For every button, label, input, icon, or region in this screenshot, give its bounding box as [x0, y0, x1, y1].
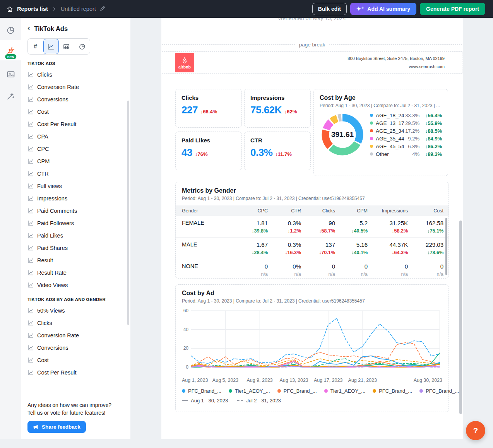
metrics-by-gender-widget[interactable]: Metrics by Gender Period: Aug 1 - 30, 20… — [175, 182, 449, 279]
sidebar-item-video-views[interactable]: Video Views — [21, 279, 130, 291]
sidebar-item-impressions[interactable]: Impressions — [21, 192, 130, 205]
sidebar-scrollbar[interactable] — [127, 101, 129, 325]
age-segment-delta: ↓89.3% — [419, 151, 442, 157]
sidebar-item-result-rate[interactable]: Result Rate — [21, 267, 130, 279]
age-segment-percent: 29.5% — [405, 120, 419, 126]
cell-delta: ↓58.2% — [368, 228, 408, 234]
table-row-male: MALE1.67↓28.4%0.3%↓16.3%137↓70.1%5.16↓40… — [176, 238, 448, 259]
age-segment-delta: ↓55.9% — [419, 120, 442, 126]
gender-table-scrollbar[interactable] — [445, 218, 447, 275]
age-segment-label: AGE_45_54 — [376, 144, 404, 149]
legend-item: Tier1_AEOY_... — [229, 388, 270, 394]
bulk-edit-button[interactable]: Bulk edit — [312, 3, 347, 15]
cell-value: 31.25K — [368, 220, 408, 226]
line-chart-icon — [27, 245, 34, 251]
metric-card-clicks[interactable]: Clicks227↓66.4% — [175, 89, 242, 128]
widget-type-table[interactable] — [59, 39, 74, 54]
widget-type-line-chart[interactable] — [43, 39, 59, 54]
age-segment-label: AGE_13_17 — [376, 120, 404, 126]
edit-pencil-icon[interactable] — [99, 5, 106, 13]
sidebar-item-cost[interactable]: Cost — [21, 106, 130, 118]
x-tick-label: Aug 17, 2023 — [314, 378, 342, 383]
cell-delta: ↓40.1% — [335, 250, 368, 255]
generate-pdf-button[interactable]: Generate PDF report — [420, 3, 485, 15]
sidebar-item-label: Result — [37, 257, 53, 263]
metric-cell: 0n/a — [368, 263, 408, 277]
sidebar-item-ctr[interactable]: CTR — [21, 168, 130, 180]
sidebar-item-paid-followers[interactable]: Paid Followers — [21, 217, 130, 229]
legend-dot — [324, 389, 328, 393]
sidebar-item-label: CPA — [37, 133, 48, 140]
sidebar-item-label: Paid Comments — [37, 208, 77, 214]
age-segment-percent: 9.2% — [408, 136, 419, 142]
cost-by-ad-widget[interactable]: Cost by Ad Period: Aug 1 - 30, 2023 | Co… — [175, 284, 449, 412]
cell-delta: ↓40.5% — [335, 228, 368, 234]
sidebar-item-cpm[interactable]: CPM — [21, 155, 130, 168]
legend-label: PFC_Brand_... — [379, 388, 412, 394]
topbar-actions: Bulk edit ✦⁺ Add AI summary Generate PDF… — [312, 3, 485, 15]
sidebar-item-cost-per-result[interactable]: Cost Per Result — [21, 366, 130, 379]
report-title[interactable]: Untitled report — [61, 6, 96, 12]
cost-by-ad-line-chart: 0204060 — [182, 307, 442, 376]
legend-item: Tier1_AEOY_... — [324, 388, 366, 394]
x-tick-label: Aug 30, 2023 — [414, 378, 442, 383]
cost-by-age-widget[interactable]: Cost by Age Period: Aug 1 - 30, 2023 | C… — [313, 89, 448, 176]
sidebar-item-conversions[interactable]: Conversions — [21, 342, 130, 354]
report-brand-header[interactable]: airbnb 800 Boylston Street, Suite 2475, … — [162, 51, 462, 74]
cell-delta: ↓28.4% — [234, 250, 268, 255]
cell-delta: n/a — [268, 272, 301, 277]
sidebar-item-label: Impressions — [37, 195, 67, 202]
sidebar-item-clicks[interactable]: Clicks — [21, 68, 130, 81]
sidebar-item-50-views[interactable]: 50% Views — [21, 304, 130, 317]
sidebar-item-cpa[interactable]: CPA — [21, 130, 130, 143]
cell-value: 0 — [234, 263, 268, 270]
cell-delta: ↓75.1% — [408, 228, 443, 234]
sidebar-item-paid-comments[interactable]: Paid Comments — [21, 205, 130, 217]
metric-card-paid-likes[interactable]: Paid Likes43↓76% — [175, 132, 242, 170]
x-tick-label: Aug 21, 2023 — [348, 378, 377, 383]
legend-dot — [370, 152, 373, 156]
sidebar-item-cost[interactable]: Cost — [21, 354, 130, 366]
metric-delta: ↓76% — [195, 151, 208, 157]
home-icon[interactable] — [6, 5, 14, 13]
rail-media-icon[interactable] — [0, 64, 21, 84]
rail-ai-tools-icon[interactable] — [0, 86, 21, 106]
sidebar-item-label: CPM — [37, 158, 50, 164]
help-button[interactable]: ? — [466, 421, 485, 440]
widget-type-pie-chart[interactable] — [74, 39, 90, 54]
metric-cell: 229.03↓78.6% — [408, 241, 448, 255]
sidebar-item-cost-per-result[interactable]: Cost Per Result — [21, 118, 130, 130]
legend-label: PFC_Brand_... — [284, 388, 317, 394]
cell-value: 0 — [368, 263, 408, 270]
rail-integrations-icon[interactable]: new — [0, 40, 21, 60]
sidebar-section-heading: TIKTOK ADS — [21, 55, 130, 68]
metric-card-impressions[interactable]: Impressions75.62K↓62% — [244, 89, 311, 128]
sidebar-item-paid-likes[interactable]: Paid Likes — [21, 229, 130, 242]
sidebar-item-cpc[interactable]: CPC — [21, 143, 130, 155]
cell-value: 0.3% — [268, 220, 301, 226]
line-chart-icon — [27, 208, 34, 214]
brand-website: www.semrush.com — [347, 64, 445, 69]
breadcrumb-reports-list[interactable]: Reports list — [17, 6, 48, 12]
sidebar-item-full-views[interactable]: Full views — [21, 180, 130, 192]
sidebar-item-paid-shares[interactable]: Paid Shares — [21, 242, 130, 254]
rail-reports-icon[interactable] — [0, 20, 21, 40]
page-scrollbar[interactable] — [459, 221, 462, 414]
sidebar-item-label: Paid Followers — [37, 220, 74, 226]
back-chevron-icon[interactable]: ‹ — [27, 25, 30, 31]
sidebar-item-conversion-rate[interactable]: Conversion Rate — [21, 329, 130, 342]
share-feedback-button[interactable]: Share feedback — [27, 421, 86, 433]
sidebar-item-conversions[interactable]: Conversions — [21, 93, 130, 106]
line-chart-icon — [27, 369, 34, 376]
cell-delta: ↓39.8% — [234, 228, 268, 234]
add-ai-summary-button[interactable]: ✦⁺ Add AI summary — [350, 3, 416, 15]
feedback-line2: Tell us or vote for future features! — [27, 409, 124, 417]
cell-delta: n/a — [368, 272, 408, 277]
widget-type-number[interactable]: # — [28, 39, 43, 54]
sidebar-item-clicks[interactable]: Clicks — [21, 317, 130, 329]
sidebar-item-result[interactable]: Result — [21, 254, 130, 267]
line-chart-icon — [27, 195, 34, 202]
metric-cell: 0n/a — [335, 263, 368, 277]
metric-card-ctr[interactable]: CTR0.3%↓11.7% — [244, 132, 311, 170]
sidebar-item-conversion-rate[interactable]: Conversion Rate — [21, 81, 130, 93]
